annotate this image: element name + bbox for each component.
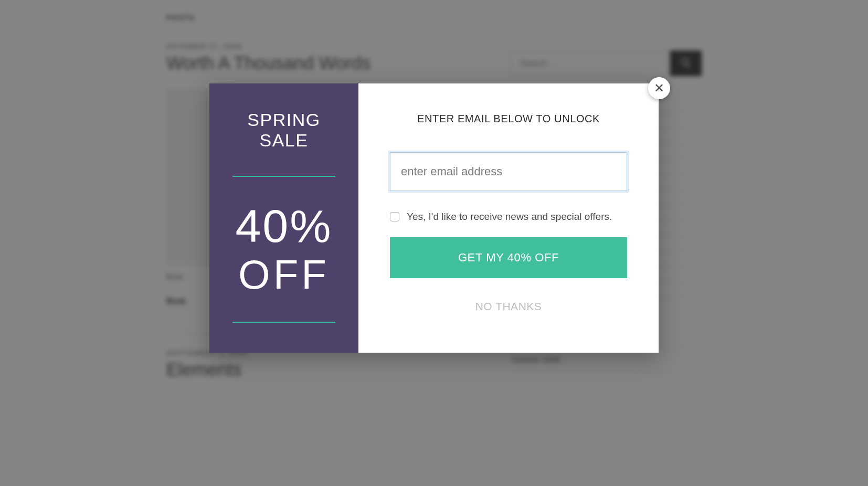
optin-row: Yes, I'd like to receive news and specia… bbox=[390, 211, 627, 223]
optin-label[interactable]: Yes, I'd like to receive news and specia… bbox=[407, 211, 612, 223]
form-heading: ENTER EMAIL BELOW TO UNLOCK bbox=[417, 113, 600, 125]
sale-off: OFF bbox=[235, 253, 332, 297]
close-icon: ✕ bbox=[654, 82, 664, 94]
sale-big-text: 40% OFF bbox=[235, 202, 332, 297]
modal-right-panel: ENTER EMAIL BELOW TO UNLOCK Yes, I'd lik… bbox=[358, 83, 659, 353]
no-thanks-button[interactable]: NO THANKS bbox=[475, 300, 542, 313]
promo-modal: SPRING SALE 40% OFF ENTER EMAIL BELOW TO… bbox=[209, 83, 659, 353]
sale-percent: 40% bbox=[235, 202, 332, 250]
sale-title: SPRING SALE bbox=[222, 110, 346, 151]
optin-checkbox[interactable] bbox=[390, 212, 399, 221]
get-offer-button[interactable]: GET MY 40% OFF bbox=[390, 237, 627, 278]
sale-rule-bottom bbox=[232, 322, 335, 323]
sale-rule-top bbox=[232, 176, 335, 177]
modal-left-panel: SPRING SALE 40% OFF bbox=[209, 83, 358, 353]
close-button[interactable]: ✕ bbox=[648, 77, 670, 99]
email-input[interactable] bbox=[390, 152, 627, 191]
